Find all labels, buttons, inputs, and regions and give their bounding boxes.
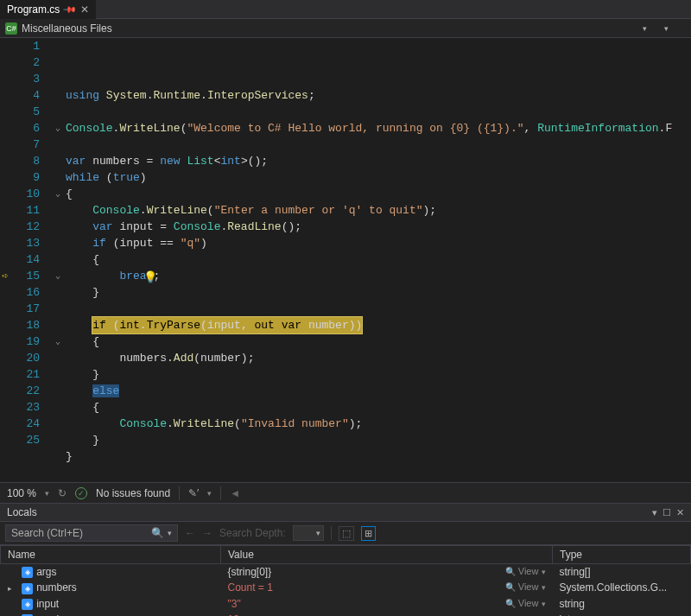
context-label: Miscellaneous Files <box>22 22 112 35</box>
pin-icon[interactable]: ☐ <box>662 507 671 518</box>
tool-list-icon[interactable]: ⊞ <box>361 526 376 541</box>
code-area[interactable]: 💡 using System.Runtime.InteropServices;C… <box>66 38 691 482</box>
editor-tab[interactable]: Program.cs 📌 ✕ <box>0 0 96 19</box>
search-depth-label: Search Depth: <box>219 527 286 539</box>
locals-header-row: Name Value Type <box>1 546 691 564</box>
line-number-gutter: 1234567891011121314151617181920212223242… <box>16 38 50 482</box>
locals-search-input[interactable]: Search (Ctrl+E) 🔍 ▾ <box>5 524 178 542</box>
fold-gutter[interactable]: ⌄⌄⌄⌄ <box>50 38 66 482</box>
divider <box>220 486 221 500</box>
locals-panel: Locals ▾ ☐ ✕ Search (Ctrl+E) 🔍 ▾ ← → Sea… <box>0 503 691 616</box>
zoom-dropdown-icon[interactable]: ▾ <box>45 489 49 498</box>
locals-header: Locals ▾ ☐ ✕ <box>0 504 691 522</box>
tool-tree-icon[interactable]: ⬚ <box>339 526 354 541</box>
col-type[interactable]: Type <box>553 546 691 564</box>
locals-row[interactable]: ◈args{string[0]}🔍 View ▾string[] <box>1 564 691 581</box>
search-depth-select[interactable]: ▾ <box>293 525 324 541</box>
lightbulb-icon[interactable]: 💡 <box>143 270 157 286</box>
close-icon[interactable]: ✕ <box>676 507 684 518</box>
dropdown-icon[interactable]: ▾ <box>168 529 172 537</box>
search-icon: 🔍 <box>151 527 164 539</box>
search-placeholder: Search (Ctrl+E) <box>11 527 83 539</box>
locals-row[interactable]: ▸ ◈numbersCount = 1🔍 View ▾System.Collec… <box>1 580 691 595</box>
divider <box>331 526 332 540</box>
csharp-icon: C# <box>5 22 17 35</box>
sync-icon[interactable]: ↻ <box>58 487 67 499</box>
dropdown-icon[interactable]: ▾ <box>207 489 212 498</box>
col-value[interactable]: Value <box>221 546 553 564</box>
locals-toolbar: Search (Ctrl+E) 🔍 ▾ ← → Search Depth: ▾ … <box>0 522 691 545</box>
window-menu-icon[interactable]: ▾ <box>652 507 657 518</box>
issues-text: No issues found <box>96 487 170 499</box>
pin-icon[interactable]: 📌 <box>63 2 77 16</box>
zoom-level[interactable]: 100 % <box>7 487 36 499</box>
health-check-icon: ✓ <box>75 487 87 499</box>
chevron-down-icon: ▾ <box>643 24 647 33</box>
tab-filename: Program.cs <box>7 3 60 16</box>
context-dropdown[interactable]: C# Miscellaneous Files ▾ <box>5 22 664 35</box>
locals-title: Locals <box>7 506 37 518</box>
divider <box>179 486 180 500</box>
editor-status-bar: 100 % ▾ ↻ ✓ No issues found ✎′ ▾ ◄ <box>0 482 691 503</box>
col-name[interactable]: Name <box>1 546 221 564</box>
code-editor[interactable]: ➪ 12345678910111213141516171819202122232… <box>0 38 691 482</box>
locals-table: Name Value Type ◈args{string[0]}🔍 View ▾… <box>0 545 691 616</box>
locals-row[interactable]: ◈number12int <box>1 612 691 616</box>
context-bar: C# Miscellaneous Files ▾ ▾ <box>0 19 691 38</box>
nav-back-icon[interactable]: ← <box>185 527 195 539</box>
nav-left-icon[interactable]: ◄ <box>230 487 240 499</box>
breakpoint-gutter[interactable]: ➪ <box>0 38 16 482</box>
locals-row[interactable]: ◈input"3"🔍 View ▾string <box>1 596 691 612</box>
wand-icon[interactable]: ✎′ <box>188 487 199 499</box>
chevron-down-icon[interactable]: ▾ <box>664 24 669 33</box>
tab-bar: Program.cs 📌 ✕ <box>0 0 691 19</box>
execution-pointer-icon: ➪ <box>2 269 8 285</box>
nav-forward-icon[interactable]: → <box>202 527 212 539</box>
close-icon[interactable]: ✕ <box>80 3 89 16</box>
